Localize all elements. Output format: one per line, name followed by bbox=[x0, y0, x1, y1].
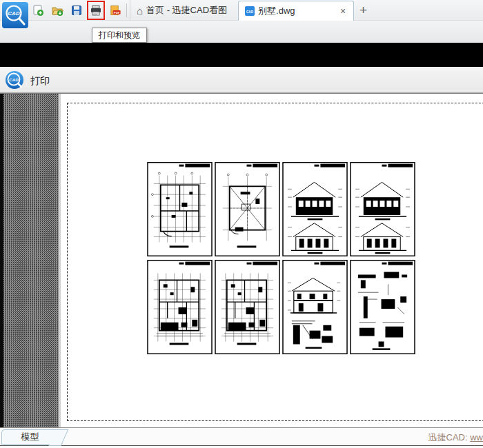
tab-bar: ⌂ 首页 - 迅捷CAD看图 CAD 别墅.dwg × + bbox=[130, 0, 373, 21]
cad-logo: CAD bbox=[2, 2, 28, 28]
tab-home[interactable]: ⌂ 首页 - 迅捷CAD看图 bbox=[130, 0, 233, 21]
cad-sheet-elevations-2 bbox=[350, 161, 415, 257]
open-folder-icon bbox=[51, 4, 63, 17]
cad-sheet-details bbox=[350, 259, 415, 355]
new-tab-button[interactable]: + bbox=[354, 0, 373, 21]
toolbar-separator bbox=[126, 3, 127, 17]
cad-sheet-elevations-1 bbox=[282, 161, 348, 257]
cad-sheet-section-detail bbox=[282, 259, 348, 355]
export-pdf-button[interactable]: PDF bbox=[109, 4, 121, 17]
printer-icon bbox=[90, 4, 102, 17]
tooltip-text: 打印和预览 bbox=[99, 30, 140, 41]
cad-sheet-roof-plan bbox=[215, 161, 280, 257]
cad-sheet-floor-plan-2 bbox=[147, 259, 213, 355]
home-icon: ⌂ bbox=[137, 6, 143, 16]
tab-drawing[interactable]: CAD 别墅.dwg × bbox=[238, 1, 354, 21]
cad-sheet-floor-plan-3 bbox=[215, 259, 280, 355]
tooltip: 打印和预览 bbox=[92, 28, 147, 43]
save-button[interactable] bbox=[70, 4, 83, 17]
tools-toolbar: ↔ ↕ ○ bbox=[0, 21, 483, 43]
svg-text:CAD: CAD bbox=[246, 10, 254, 14]
print-button[interactable] bbox=[90, 4, 102, 17]
brand-link[interactable]: ww bbox=[470, 432, 483, 442]
svg-text:PDF: PDF bbox=[114, 11, 120, 14]
cad-sheet-floor-plan-1 bbox=[147, 161, 213, 257]
app-window: PDF ⌂ 首页 - 迅捷CAD看图 CAD 别墅.dwg × + bbox=[0, 0, 483, 448]
open-file-button[interactable] bbox=[51, 4, 63, 17]
new-file-button[interactable] bbox=[32, 4, 44, 17]
tab-home-label: 首页 - 迅捷CAD看图 bbox=[146, 4, 227, 17]
pdf-icon: PDF bbox=[109, 4, 121, 17]
model-tab-label: 模型 bbox=[21, 431, 39, 443]
cad-sheet-grid bbox=[147, 161, 415, 355]
statusbar-divider bbox=[0, 445, 483, 446]
cad-file-icon: CAD bbox=[245, 6, 255, 16]
print-toolbar: 开始打印 打印设置 框选打印 显示全图 手动平移 实时缩放 bbox=[0, 67, 483, 93]
new-file-icon bbox=[32, 4, 44, 17]
print-mode-title: 打印 bbox=[30, 75, 50, 88]
brand-text: 迅捷CAD: ww bbox=[428, 431, 483, 444]
tab-drawing-label: 别墅.dwg bbox=[258, 5, 295, 17]
svg-text:CAD: CAD bbox=[8, 10, 20, 17]
cad-print-logo: CAD bbox=[5, 70, 24, 90]
preview-outside-page bbox=[3, 94, 59, 427]
model-tab[interactable]: 模型 bbox=[1, 429, 58, 445]
status-bar: 模型 迅捷CAD: ww bbox=[0, 427, 483, 448]
cad-canvas-band bbox=[0, 43, 483, 67]
print-preview-area[interactable] bbox=[0, 93, 483, 427]
paper-page[interactable] bbox=[61, 94, 483, 427]
tab-close-icon[interactable]: × bbox=[339, 6, 347, 17]
main-toolbar: PDF ⌂ 首页 - 迅捷CAD看图 CAD 别墅.dwg × + bbox=[0, 0, 483, 21]
save-icon bbox=[70, 4, 83, 17]
svg-text:CAD: CAD bbox=[9, 77, 19, 82]
